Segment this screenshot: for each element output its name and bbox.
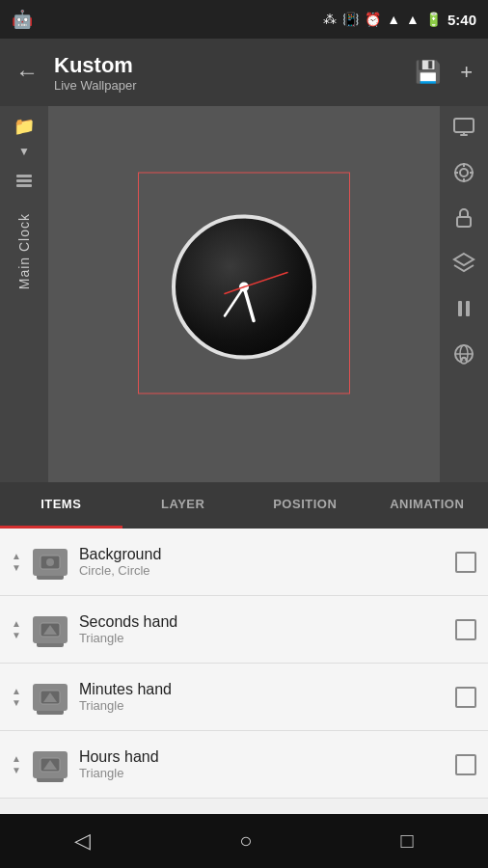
status-bar-right: ⁂ 📳 ⏰ ▲ ▲ 🔋 5:40 — [323, 12, 476, 28]
arrow-up-icon: ▲ — [12, 754, 21, 764]
pause-icon[interactable] — [452, 297, 475, 325]
wifi-icon: ▲ — [387, 12, 400, 27]
item-icon — [33, 751, 68, 778]
tab-animation[interactable]: ANIMATION — [366, 482, 489, 529]
add-button[interactable]: + — [460, 60, 473, 85]
arrow-up-icon: ▲ — [12, 552, 21, 561]
tab-position[interactable]: POSITION — [244, 482, 366, 529]
android-icon: 🤖 — [12, 9, 33, 30]
svg-rect-15 — [466, 301, 470, 316]
item-name: Minutes hand — [79, 681, 444, 698]
folder-icon[interactable]: 📁 — [14, 116, 35, 137]
item-text: Hours hand Triangle — [79, 748, 444, 780]
top-bar-left: ← Kustom Live Wallpaper — [15, 53, 137, 93]
clock-hands — [172, 215, 316, 360]
svg-rect-14 — [458, 301, 462, 316]
svg-rect-12 — [457, 217, 471, 227]
item-sub: Triangle — [79, 698, 444, 713]
title-group: Kustom Live Wallpaper — [54, 53, 137, 93]
svg-line-21 — [225, 287, 244, 316]
item-name: Hours hand — [79, 748, 444, 766]
svg-point-7 — [460, 169, 468, 176]
list-item[interactable]: ▲ ▼ Background Circle, Circle — [0, 529, 488, 596]
layer-file-icon[interactable] — [14, 170, 35, 196]
arrow-up-icon: ▲ — [12, 619, 21, 629]
save-button[interactable]: 💾 — [415, 60, 441, 85]
arrow-down-icon: ▼ — [12, 631, 21, 640]
reorder-arrows[interactable]: ▲ ▼ — [12, 687, 21, 708]
item-icon — [33, 684, 68, 711]
arrow-down-icon: ▼ — [12, 698, 21, 708]
item-text: Background Circle, Circle — [79, 546, 444, 578]
item-sub: Circle, Circle — [79, 563, 444, 578]
list-item[interactable]: ▲ ▼ Seconds hand Triangle — [0, 596, 488, 664]
bluetooth-icon: ⁂ — [323, 12, 337, 27]
status-time: 5:40 — [447, 12, 476, 28]
canvas-area: 📁 ▼ Main Clock — [0, 106, 488, 482]
svg-marker-13 — [454, 254, 474, 265]
item-checkbox[interactable] — [455, 619, 476, 640]
top-bar-right: 💾 + — [415, 60, 473, 85]
back-button[interactable]: ← — [15, 59, 39, 86]
status-bar: 🤖 ⁂ 📳 ⏰ ▲ ▲ 🔋 5:40 — [0, 0, 488, 39]
svg-point-26 — [46, 558, 54, 566]
svg-line-23 — [244, 273, 287, 287]
tab-layer[interactable]: LAYER — [122, 482, 245, 529]
svg-rect-1 — [16, 179, 32, 182]
svg-rect-4 — [460, 134, 468, 136]
tab-items[interactable]: ITEMS — [0, 482, 122, 529]
svg-rect-3 — [454, 119, 474, 132]
arrow-down-icon: ▼ — [12, 563, 21, 573]
expand-icon[interactable]: ▼ — [18, 145, 30, 158]
monitor-icon[interactable] — [452, 116, 475, 144]
svg-rect-2 — [16, 184, 32, 187]
item-icon — [33, 616, 68, 643]
app-subtitle: Live Wallpaper — [54, 78, 137, 93]
recents-nav-button[interactable]: □ — [401, 828, 414, 854]
list-item[interactable]: ▲ ▼ Minutes hand Triangle — [0, 664, 488, 731]
lock-icon[interactable] — [452, 206, 475, 234]
layers-icon[interactable] — [452, 252, 475, 280]
globe-lock-icon[interactable] — [452, 342, 475, 370]
item-name: Background — [79, 546, 444, 563]
tabs: ITEMS LAYER POSITION ANIMATION — [0, 482, 488, 529]
reorder-arrows[interactable]: ▲ ▼ — [12, 552, 21, 573]
arrow-down-icon: ▼ — [12, 766, 21, 775]
item-sub: Triangle — [79, 631, 444, 645]
reorder-arrows[interactable]: ▲ ▼ — [12, 754, 21, 775]
sidebar-label: Main Clock — [16, 213, 32, 289]
bottom-nav: ◁ ○ □ — [0, 814, 488, 868]
alarm-icon: ⏰ — [365, 12, 381, 27]
top-bar: ← Kustom Live Wallpaper 💾 + — [0, 39, 488, 106]
target-icon[interactable] — [452, 161, 475, 189]
reorder-arrows[interactable]: ▲ ▼ — [12, 619, 21, 640]
clock-canvas — [48, 106, 440, 482]
left-sidebar: 📁 ▼ Main Clock — [0, 106, 48, 482]
vibrate-icon: 📳 — [342, 12, 359, 27]
item-sub: Triangle — [79, 766, 444, 780]
app-title: Kustom — [54, 53, 137, 78]
right-sidebar — [440, 106, 488, 482]
home-nav-button[interactable]: ○ — [239, 828, 252, 854]
item-name: Seconds hand — [79, 613, 444, 631]
svg-rect-0 — [16, 175, 32, 177]
item-text: Minutes hand Triangle — [79, 681, 444, 713]
status-bar-left: 🤖 — [12, 9, 33, 30]
back-nav-button[interactable]: ◁ — [74, 828, 91, 854]
svg-line-22 — [244, 287, 254, 321]
item-checkbox[interactable] — [455, 754, 476, 775]
arrow-up-icon: ▲ — [12, 687, 21, 696]
battery-icon: 🔋 — [425, 12, 442, 27]
list-item[interactable]: ▲ ▼ Hours hand Triangle — [0, 731, 488, 799]
item-icon — [33, 549, 68, 576]
item-checkbox[interactable] — [455, 687, 476, 708]
signal-icon: ▲ — [406, 12, 420, 27]
item-checkbox[interactable] — [455, 552, 476, 573]
item-text: Seconds hand Triangle — [79, 613, 444, 645]
items-list: ▲ ▼ Background Circle, Circle ▲ ▼ — [0, 529, 488, 814]
